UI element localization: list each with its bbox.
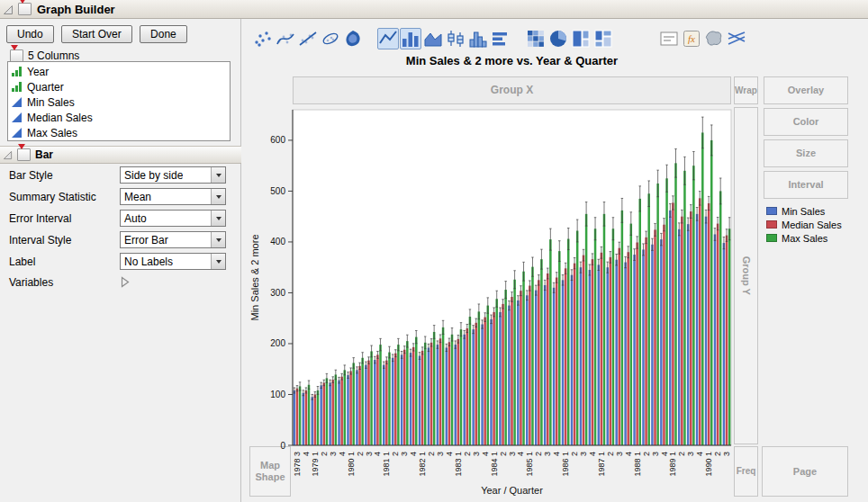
legend-swatch-icon [766,220,777,229]
summary-statistic-label: Summary Statistic [9,191,96,203]
drop-zone-freq[interactable]: Freq [734,446,758,497]
svg-text:4: 4 [338,452,347,456]
legend: Min SalesMedian SalesMax Sales [766,204,842,245]
graph-builder-window: Graph Builder Undo Start Over Done 5 Col… [0,0,868,502]
collapse-triangle-icon[interactable] [3,4,14,15]
svg-text:100: 100 [270,390,285,399]
x-axis-title: Year / Quarter [481,485,543,496]
window-title: Graph Builder [37,3,115,16]
drop-zone-size[interactable]: Size [764,139,848,167]
label-label: Label [9,255,35,268]
drop-zone-group-x[interactable]: Group X [293,76,731,104]
drop-zone-interval[interactable]: Interval [764,171,848,199]
histogram-element-icon[interactable] [467,28,489,49]
svg-text:fx: fx [688,33,695,44]
drop-zone-overlay[interactable]: Overlay [764,76,848,104]
svg-text:1988 1: 1988 1 [633,452,642,477]
ordinal-column-icon [11,66,23,77]
red-triangle-icon [11,45,18,63]
ellipse-element-icon[interactable] [320,28,341,49]
map-shapes-element-icon[interactable] [703,28,725,49]
variables-expand-icon[interactable] [121,276,130,288]
svg-text:2: 2 [463,452,472,456]
contour-element-icon[interactable] [342,28,364,49]
bar-style-select[interactable]: Side by side [120,166,226,184]
chart-title[interactable]: Min Sales & 2 more vs. Year & Quarter [293,54,731,67]
plot-svg[interactable]: 01002003004005006001978 341979 12341980 … [248,107,734,499]
column-item-quarter[interactable]: Quarter [11,79,230,94]
caption-box-element-icon[interactable] [658,28,680,49]
group-x-label: Group X [491,85,533,97]
mosaic-element-icon[interactable] [592,28,614,49]
column-item-label: Max Sales [27,127,77,139]
start-over-button[interactable]: Start Over [61,25,132,43]
bar-red-triangle-menu[interactable] [17,148,31,161]
packed-bars-element-icon[interactable] [490,28,511,49]
error-interval-value: Auto [121,212,147,225]
svg-text:3: 3 [472,452,481,456]
line-element-icon[interactable] [377,28,399,49]
drop-zone-wrap[interactable]: Wrap [734,76,758,104]
box-plot-element-icon[interactable] [445,28,466,49]
svg-text:500: 500 [270,186,285,196]
column-item-min-sales[interactable]: Min Sales [11,94,230,110]
treemap-element-icon[interactable] [570,28,592,49]
palette-group-3 [525,28,615,49]
svg-text:3: 3 [508,452,517,456]
svg-text:2: 2 [320,452,329,456]
legend-swatch-icon [766,234,777,242]
svg-text:1983 1: 1983 1 [454,452,463,477]
column-item-label: Median Sales [27,112,93,124]
column-item-median-sales[interactable]: Median Sales [11,110,230,125]
svg-text:4: 4 [409,452,418,456]
variables-row: Variables [0,273,241,293]
svg-text:3: 3 [579,452,588,456]
summary-statistic-row: Summary StatisticMean [0,187,241,209]
element-palette: fx [252,27,761,50]
svg-text:4: 4 [516,452,525,456]
drop-zone-group-y[interactable]: Group Y [734,107,758,444]
bar-element-icon[interactable] [400,28,421,49]
done-button[interactable]: Done [140,25,187,43]
svg-text:4: 4 [695,452,704,456]
smoother-element-icon[interactable] [275,28,296,49]
chevron-down-icon [211,254,225,269]
action-buttons: Undo Start Over Done [6,25,192,43]
interval-style-select[interactable]: Error Bar [120,231,226,248]
svg-text:4: 4 [445,452,454,456]
drop-zone-page[interactable]: Page [762,446,848,497]
svg-text:2: 2 [499,452,508,456]
svg-text:3: 3 [543,452,552,456]
formula-element-icon[interactable]: fx [681,28,702,49]
error-interval-select[interactable]: Auto [120,210,226,227]
columns-list[interactable]: YearQuarterMin SalesMedian SalesMax Sale… [7,61,231,141]
svg-text:2: 2 [606,452,615,456]
label-select[interactable]: No Labels [120,253,226,270]
svg-text:3: 3 [400,452,409,456]
control-panel: Undo Start Over Done 5 Columns YearQuart… [0,19,241,502]
graph-builder-red-triangle-menu[interactable] [18,3,32,15]
area-element-icon[interactable] [422,28,444,49]
column-item-year[interactable]: Year [11,64,230,79]
svg-text:2: 2 [391,452,400,456]
svg-text:2: 2 [534,452,543,456]
svg-text:1989 1: 1989 1 [668,452,677,477]
line-of-fit-element-icon[interactable] [297,28,319,49]
column-item-max-sales[interactable]: Max Sales [11,125,230,140]
overlay-label: Overlay [788,85,824,96]
svg-text:4: 4 [552,452,561,456]
undo-button[interactable]: Undo [6,25,54,43]
drop-zone-color[interactable]: Color [764,108,848,136]
svg-text:1980 1: 1980 1 [347,452,356,477]
points-element-icon[interactable] [252,28,274,49]
bar-properties: Bar StyleSide by sideSummary StatisticMe… [0,166,241,293]
parallel-plot-element-icon[interactable] [726,28,747,49]
summary-statistic-select[interactable]: Mean [120,188,226,205]
bar-collapse-triangle-icon[interactable] [3,150,13,160]
legend-item: Min Sales [766,204,842,218]
columns-red-triangle-menu[interactable] [10,49,23,62]
variables-label: Variables [9,276,53,289]
pie-element-icon[interactable] [547,28,569,49]
heatmap-element-icon[interactable] [525,28,547,49]
legend-swatch-icon [766,207,777,215]
